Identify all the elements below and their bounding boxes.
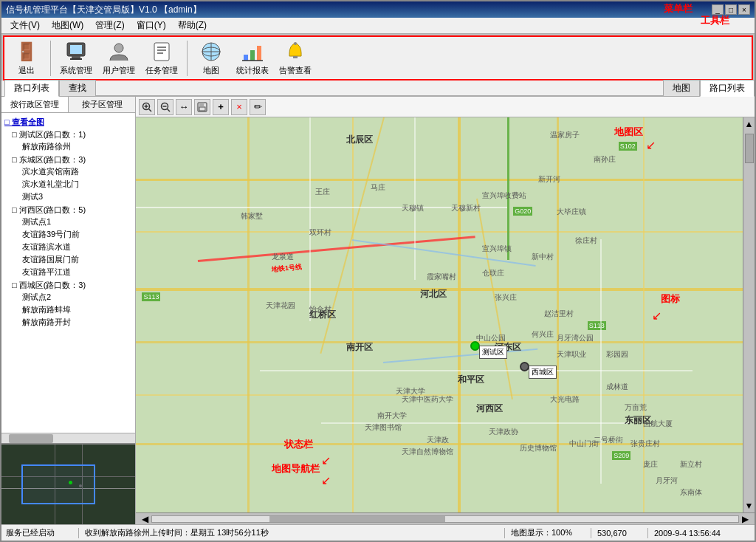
status-sep-3 (591, 528, 591, 538)
menu-item-map[interactable]: 地图(W) (46, 18, 89, 33)
content-area: 按行政区管理 按子区管理 □ 查看全图 □ 测试区(路口数：1) 解放南路徐州 (1, 97, 755, 524)
toolbar-btn-user[interactable]: 用户管理 (98, 38, 140, 78)
tree-item-jiefangkaifeng[interactable]: 解放南路开封 (22, 316, 132, 329)
system-icon (64, 40, 88, 64)
toolbar-btn-system[interactable]: 系统管理 (55, 38, 97, 78)
road-minor-6 (600, 239, 602, 484)
status-map-display: 地图显示：100% (511, 527, 585, 538)
tree-item-jiefangbangbu[interactable]: 解放南路蚌埠 (22, 303, 132, 316)
close-button[interactable]: × (738, 4, 750, 15)
tree-root-link[interactable]: □ 查看全图 (4, 117, 44, 126)
place-hanjiashu: 韩家墅 (241, 211, 263, 222)
map-vscroll[interactable]: ▲ ▼ (743, 117, 755, 512)
map-pan-btn[interactable]: ↔ (176, 99, 192, 115)
place-guohang: 国航大厦 (643, 419, 673, 429)
svg-rect-1 (70, 45, 82, 54)
toolbar-btn-alarm[interactable]: 告警查看 (275, 38, 316, 78)
tab-map[interactable]: 地图 (663, 80, 700, 96)
place-zhanghuting: 张兴庄 (495, 292, 517, 303)
tree-items-dongcheng: 滨水道宾馆南路 滨水道礼堂北门 测试3 (22, 165, 132, 203)
map-nav-right[interactable]: ▶ (739, 514, 752, 524)
map-vscroll-thumb[interactable] (745, 134, 754, 163)
place-xuanxing: 宣兴埠收费站 (482, 191, 526, 201)
map-icon (199, 40, 223, 64)
tree-district-hexi-label[interactable]: 河西区(路口数：5) (19, 205, 86, 214)
place-xinli: 新立村 (680, 459, 702, 470)
tree-item-youyi39[interactable]: 友谊路39号门前 (22, 228, 132, 241)
map-zoom-out-btn[interactable] (157, 99, 173, 115)
place-lishi: 历史博物馆 (520, 443, 557, 453)
tree-item-jiegang[interactable]: 解放南路徐州 (22, 140, 132, 153)
map-delete-btn[interactable]: × (231, 99, 247, 115)
svg-rect-28 (199, 107, 205, 111)
toolbar-btn-map[interactable]: 地图 (192, 38, 230, 78)
subtab-sub-area[interactable]: 按子区管理 (69, 97, 135, 112)
menu-item-window[interactable]: 窗口(Y) (131, 18, 172, 33)
marker-gray[interactable] (520, 362, 529, 371)
tree-district-test: □ 测试区(路口数：1) 解放南路徐州 (12, 128, 132, 154)
tree-items-xicheng: 测试点2 解放南路蚌埠 解放南路开封 (22, 291, 132, 329)
tree-item-binshuiletang[interactable]: 滨水道礼堂北门 (22, 178, 132, 191)
tab-find[interactable]: 查找 (59, 80, 96, 96)
h-scrollbar-thumb[interactable] (9, 434, 53, 443)
place-tianbo: 天津职业 (557, 349, 586, 360)
toolbar-label-task: 任务管理 (145, 65, 178, 76)
svg-rect-15 (257, 46, 261, 61)
tree-item-youyibinshui[interactable]: 友谊路滨水道 (22, 241, 132, 253)
svg-line-24 (168, 109, 171, 112)
tree-item-test3[interactable]: 测试3 (22, 191, 132, 203)
thumbnail-viewport[interactable] (21, 464, 95, 504)
toolbar-label-system: 系统管理 (60, 65, 92, 76)
map-zoom-in-btn[interactable] (139, 99, 155, 115)
place-pangzhuang: 庞庄 (643, 459, 658, 470)
tree-item-youyipingjiang[interactable]: 友谊路平江道 (22, 266, 132, 278)
map-vscroll-down[interactable]: ▼ (743, 499, 755, 512)
menu-item-file[interactable]: 文件(V) (4, 18, 46, 33)
svg-rect-2 (72, 56, 80, 58)
alarm-icon (284, 40, 307, 64)
annotation-arrow-nav: ↙ (321, 473, 331, 487)
place-hexing: 何兴庄 (532, 329, 554, 340)
tree-item-youyiguozhan[interactable]: 友谊路国展门前 (22, 253, 132, 266)
toolbar-btn-task[interactable]: 任务管理 (141, 38, 182, 78)
menu-item-manage[interactable]: 管理(Z) (89, 18, 130, 33)
toolbar-btn-exit[interactable]: 🚪 退出 (7, 38, 46, 78)
svg-rect-14 (250, 50, 255, 61)
marker-green[interactable] (470, 341, 480, 351)
left-panel: 按行政区管理 按子区管理 □ 查看全图 □ 测试区(路口数：1) 解放南路徐州 (1, 97, 136, 524)
tree-district-xicheng-label[interactable]: 西城区(路口数：3) (19, 281, 86, 289)
tree-district-dongcheng-label[interactable]: 东城区(路口数：3) (19, 155, 86, 164)
tree-item-test1[interactable]: 测试点1 (22, 216, 132, 228)
map-edit-btn[interactable]: ✏ (250, 99, 266, 115)
map-canvas[interactable]: 地铁1号线 G020 S102 S113 S113 S209 (136, 117, 755, 524)
place-xuanxingzhen: 宣兴埠镇 (482, 244, 512, 254)
window-title: 信号机管理平台【天津交管局版】V1.0 【admin】 (6, 4, 202, 16)
menu-item-help[interactable]: 帮助(Z) (172, 18, 213, 33)
map-vscroll-up[interactable]: ▲ (743, 117, 755, 131)
place-wangjia: 温家房子 (550, 130, 580, 140)
svg-rect-27 (199, 103, 204, 106)
svg-rect-3 (70, 58, 82, 60)
map-save-btn[interactable] (194, 99, 210, 115)
place-longquan: 龙泉道 (272, 252, 294, 262)
map-add-btn[interactable]: + (213, 99, 229, 115)
toolbar-label-exit: 退出 (18, 65, 35, 76)
place-tianjinzu: 天津自然博物馆 (402, 447, 453, 457)
toolbar-label-user: 用户管理 (103, 65, 135, 76)
status-message: 收到解放南路徐州上传时间：星期五 13时56分11秒 (85, 527, 498, 538)
tree-item-test2[interactable]: 测试点2 (22, 291, 132, 303)
tab-junction-list[interactable]: 路口列表 (4, 80, 59, 97)
map-nav-left[interactable]: ◀ (139, 514, 151, 524)
svg-rect-17 (293, 56, 298, 58)
toolbar-btn-report[interactable]: 统计报表 (232, 38, 273, 78)
subtab-district[interactable]: 按行政区管理 (1, 97, 69, 112)
place-tianmuxin: 天穆新村 (451, 203, 481, 213)
annotation-arrow-map-area: ↙ (646, 138, 656, 152)
tree-district-test-label[interactable]: 测试区(路口数：1) (19, 130, 86, 139)
map-nav-scrollbar[interactable] (151, 515, 739, 523)
left-scroll-h[interactable] (1, 433, 135, 443)
annotation-nav-label: 地图导航栏 (272, 462, 320, 476)
tab-junction-list-2[interactable]: 路口列表 (700, 80, 755, 97)
tree-item-binshuiguan[interactable]: 滨水道宾馆南路 (22, 165, 132, 178)
annotation-toolbar-label: 工具栏 (701, 14, 729, 27)
